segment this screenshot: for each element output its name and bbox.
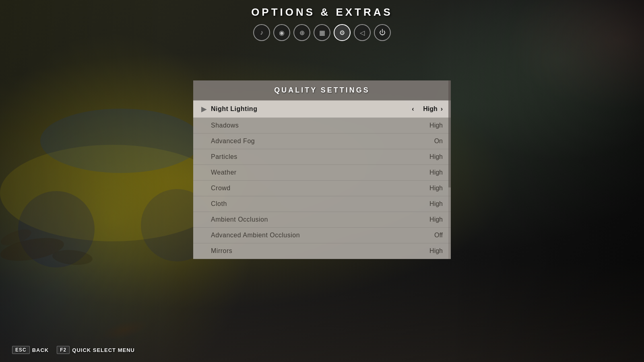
nav-icon-power[interactable]: ⏻ (374, 24, 391, 41)
svg-point-3 (40, 109, 201, 173)
setting-name-weather: Weather (211, 169, 423, 176)
setting-value-container-advanced-ambient-occlusion: Off (423, 232, 443, 239)
settings-panel-title: QUALITY SETTINGS (193, 80, 451, 101)
setting-name-cloth: Cloth (211, 200, 423, 208)
setting-name-particles: Particles (211, 153, 423, 160)
setting-value-container-cloth: High (423, 200, 443, 208)
quick-select-label: QUICK SELECT MENU (72, 347, 135, 353)
setting-row-cloth[interactable]: Cloth High (193, 196, 451, 212)
setting-value-advanced-ambient-occlusion: Off (423, 232, 443, 239)
setting-row-shadows[interactable]: Shadows High (193, 118, 451, 134)
nav-icons-bar: ♪ ◉ ⊕ ▦ ⚙ ◁ ⏻ (253, 24, 391, 41)
back-label: BACK (32, 347, 49, 353)
scroll-thumb (448, 80, 451, 187)
scroll-indicator[interactable] (448, 80, 451, 259)
back-control[interactable]: Esc BACK (12, 346, 49, 354)
setting-value-container-mirrors: High (423, 247, 443, 255)
setting-value-advanced-fog: On (423, 138, 443, 145)
setting-row-particles[interactable]: Particles High (193, 149, 451, 165)
nav-icon-display[interactable]: ◉ (273, 24, 290, 41)
setting-value-night-lighting: High (417, 105, 438, 113)
setting-value-container-weather: High (423, 169, 443, 176)
setting-value-particles: High (423, 153, 443, 160)
setting-value-container-night-lighting: ‹ High › (412, 105, 443, 113)
nav-icon-audio[interactable]: ♪ (253, 24, 270, 41)
setting-value-crowd: High (423, 185, 443, 192)
nav-icon-back[interactable]: ◁ (354, 24, 371, 41)
quick-select-control[interactable]: F2 QUICK SELECT MENU (57, 346, 135, 354)
setting-name-crowd: Crowd (211, 185, 423, 192)
setting-row-mirrors[interactable]: Mirrors High (193, 243, 451, 259)
setting-row-crowd[interactable]: Crowd High (193, 181, 451, 196)
setting-name-shadows: Shadows (211, 122, 423, 129)
setting-value-container-particles: High (423, 153, 443, 160)
nav-icon-controls[interactable]: ⊕ (293, 24, 310, 41)
bottom-controls: Esc BACK F2 QUICK SELECT MENU (12, 346, 135, 354)
chevron-left-icon[interactable]: ‹ (412, 105, 414, 113)
setting-row-ambient-occlusion[interactable]: Ambient Occlusion High (193, 212, 451, 228)
setting-value-container-shadows: High (423, 122, 443, 129)
nav-icon-quality[interactable]: ⚙ (334, 24, 351, 41)
setting-value-container-advanced-fog: On (423, 138, 443, 145)
setting-name-advanced-fog: Advanced Fog (211, 138, 423, 145)
setting-value-cloth: High (423, 200, 443, 208)
setting-value-mirrors: High (423, 247, 443, 255)
nav-icon-hud[interactable]: ▦ (314, 24, 330, 41)
setting-value-container-ambient-occlusion: High (423, 216, 443, 223)
settings-list: ▶ Night Lighting ‹ High › Shadows High A… (193, 101, 451, 259)
setting-value-weather: High (423, 169, 443, 176)
setting-name-mirrors: Mirrors (211, 247, 423, 255)
setting-value-container-crowd: High (423, 185, 443, 192)
setting-row-advanced-ambient-occlusion[interactable]: Advanced Ambient Occlusion Off (193, 228, 451, 243)
setting-value-ambient-occlusion: High (423, 216, 443, 223)
setting-name-advanced-ambient-occlusion: Advanced Ambient Occlusion (211, 232, 423, 239)
chevron-right-icon[interactable]: › (441, 105, 443, 113)
setting-row-advanced-fog[interactable]: Advanced Fog On (193, 134, 451, 149)
setting-row-night-lighting[interactable]: ▶ Night Lighting ‹ High › (193, 101, 451, 118)
setting-name-night-lighting: Night Lighting (211, 105, 412, 113)
f2-key-badge: F2 (57, 346, 70, 354)
esc-key-badge: Esc (12, 346, 30, 354)
setting-row-weather[interactable]: Weather High (193, 165, 451, 181)
page-title: optIoNS & EXTRAS (251, 6, 393, 19)
settings-panel: QUALITY SETTINGS ▶ Night Lighting ‹ High… (193, 80, 451, 259)
header: optIoNS & EXTRAS ♪ ◉ ⊕ ▦ ⚙ ◁ ⏻ (0, 0, 644, 48)
setting-value-shadows: High (423, 122, 443, 129)
selected-row-indicator: ▶ (201, 105, 208, 113)
setting-name-ambient-occlusion: Ambient Occlusion (211, 216, 423, 223)
